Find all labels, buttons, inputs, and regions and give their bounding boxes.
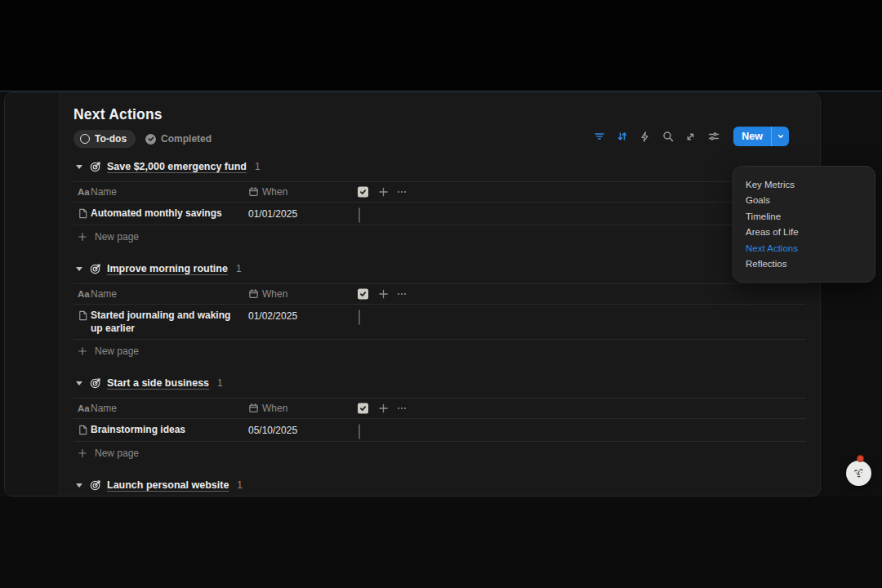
new-page-button[interactable]: New page [74,442,806,465]
text-property-icon: Aa [78,187,90,197]
target-icon [90,161,101,172]
text-property-icon: Aa [78,289,90,299]
column-name-label[interactable]: Name [91,403,117,414]
checkbox-property-icon[interactable] [358,289,368,300]
page-nav-menu: Key Metrics Goals Timeline Areas of Life… [733,166,875,283]
page-card: New Next Actions To-dos Completed [4,92,821,497]
page-icon [78,425,88,435]
plus-icon [78,346,87,356]
table-row[interactable]: Automated monthly savings 01/01/2025 [74,203,806,225]
new-page-button[interactable]: New page [74,340,806,363]
menu-item-goals[interactable]: Goals [733,193,875,209]
page-title: Next Actions [74,106,806,122]
menu-item-areas-of-life[interactable]: Areas of Life [733,225,875,241]
group-launch-personal-website: Launch personal website 1 [74,478,806,492]
collapse-triangle-icon[interactable] [76,483,82,488]
more-options-icon[interactable] [396,403,408,414]
app-window: New Next Actions To-dos Completed [0,91,882,497]
left-gutter [5,93,60,496]
tab-completed[interactable]: Completed [145,133,212,145]
collapse-triangle-icon[interactable] [76,165,82,169]
new-page-label: New page [95,231,139,243]
add-column-icon[interactable] [378,187,389,198]
add-column-icon[interactable] [378,403,389,414]
tab-todos-label: To-dos [95,133,127,145]
assistant-face-button[interactable] [846,461,871,486]
row-checkbox[interactable] [359,310,360,325]
view-tabs: To-dos Completed [74,130,806,148]
column-name-label[interactable]: Name [91,186,117,198]
collapse-triangle-icon[interactable] [76,267,82,271]
group-improve-morning-routine: Improve morning routine 1 Aa Name When [74,261,806,363]
page-icon [78,208,88,219]
plus-icon [78,448,87,458]
check-circle-icon [145,134,156,145]
row-checkbox[interactable] [359,208,360,223]
new-page-label: New page [95,448,139,459]
notification-badge [857,455,864,462]
group-header[interactable]: Save $2,000 emergency fund 1 [74,159,806,174]
checkbox-property-icon[interactable] [358,187,368,198]
group-title[interactable]: Improve morning routine [107,263,228,274]
table-header-row: Aa Name When [74,398,806,419]
calendar-icon [248,403,259,414]
page-content: Next Actions To-dos Completed [60,93,820,496]
group-header[interactable]: Launch personal website 1 [74,478,806,492]
menu-item-next-actions[interactable]: Next Actions [733,240,875,256]
column-name-label[interactable]: Name [91,288,117,300]
target-icon [90,377,101,389]
row-title[interactable]: Brainstorming ideas [91,424,236,437]
menu-item-reflectios[interactable]: Reflectios [733,256,875,273]
table-row[interactable]: Brainstorming ideas 05/10/2025 [74,419,806,442]
calendar-icon [248,187,259,198]
row-when-date[interactable]: 01/01/2025 [248,208,297,220]
circle-icon [80,134,90,144]
more-options-icon[interactable] [396,288,408,300]
target-icon [90,479,101,491]
face-icon [852,466,866,480]
column-when-label[interactable]: When [262,186,287,198]
column-when-label[interactable]: When [262,288,287,300]
group-count: 1 [237,479,243,491]
checkbox-property-icon[interactable] [358,403,368,414]
text-property-icon: Aa [78,403,90,413]
row-checkbox[interactable] [359,425,360,439]
group-title[interactable]: Start a side business [107,377,209,389]
row-when-date[interactable]: 05/10/2025 [248,425,297,436]
new-page-label: New page [95,345,139,357]
group-count: 1 [236,263,242,274]
column-when-label[interactable]: When [262,403,287,414]
row-title[interactable]: Automated monthly savings [91,207,236,220]
plus-icon [78,232,87,242]
tab-completed-label: Completed [161,133,212,145]
table-header-row: Aa Name When [74,181,806,203]
target-icon [90,263,101,274]
row-when-date[interactable]: 01/02/2025 [248,310,297,322]
group-title[interactable]: Save $2,000 emergency fund [107,161,247,172]
more-options-icon[interactable] [396,186,408,198]
row-title[interactable]: Started journaling and waking up earlier [91,310,236,335]
collapse-triangle-icon[interactable] [76,381,82,385]
tab-todos[interactable]: To-dos [74,130,136,148]
table-row[interactable]: Started journaling and waking up earlier… [74,305,806,340]
group-count: 1 [255,161,261,172]
menu-item-timeline[interactable]: Timeline [733,208,875,225]
group-title[interactable]: Launch personal website [107,479,229,491]
group-start-side-business: Start a side business 1 Aa Name When [74,376,806,465]
group-save-emergency-fund: Save $2,000 emergency fund 1 Aa Name Whe… [74,159,806,248]
menu-item-key-metrics[interactable]: Key Metrics [733,176,875,193]
group-header[interactable]: Improve morning routine 1 [74,261,806,276]
page-icon [78,310,88,321]
table-header-row: Aa Name When [74,283,806,305]
calendar-icon [248,289,259,300]
group-header[interactable]: Start a side business 1 [74,376,806,390]
screen-bottom-margin [0,497,882,588]
group-count: 1 [217,377,223,389]
add-column-icon[interactable] [378,289,389,300]
new-page-button[interactable]: New page [74,225,806,248]
